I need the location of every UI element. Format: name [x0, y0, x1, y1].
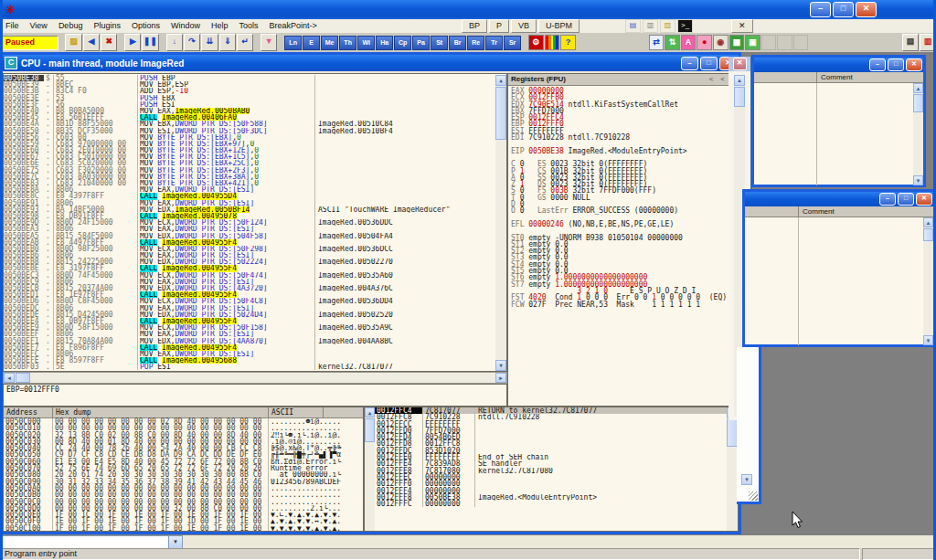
register-line[interactable]: O 0 LastErr ERROR_SUCCESS (00000000)	[511, 207, 738, 214]
register-line[interactable]: EDI 7C910228 ntdll.7C910228	[511, 134, 738, 141]
cpu-maximize-button[interactable]: □	[700, 57, 718, 70]
maximize-button[interactable]: □	[898, 193, 914, 206]
bar-close-button[interactable]: ✕	[731, 19, 753, 33]
disasm-vscrollbar[interactable]: ▲ ▼	[495, 75, 506, 371]
register-line[interactable]: EFL 00000246 (NO,NB,E,BE,NS,PE,GE,LE)	[511, 221, 738, 227]
scroll-up-icon[interactable]: ▲	[365, 407, 375, 417]
restart-button[interactable]: ◀	[83, 34, 100, 51]
register-line[interactable]: EIP 0050BE38 ImageRed.<ModuleEntryPoint>	[511, 148, 738, 154]
scroll-up-icon[interactable]: ▲	[734, 75, 745, 86]
window-button-st[interactable]: St	[431, 36, 448, 50]
window-button-me[interactable]: Me	[321, 36, 338, 50]
menu-item-help[interactable]: Help	[206, 19, 234, 33]
console-icon[interactable]: >_	[677, 19, 693, 33]
menu-item-breakpoint[interactable]: BreakPoint->	[264, 19, 323, 33]
combobox-dropdown-icon[interactable]: ▼	[168, 536, 182, 548]
disasm-row[interactable]: 0050BEFE.E8 8597F8FFCALL ImageRed.004956…	[4, 357, 495, 364]
cpu-titlebar[interactable]: C CPU - main thread, module ImageRed – □…	[3, 55, 739, 71]
stack-left-scrollbar[interactable]: ▲	[365, 407, 375, 531]
scroll-down-icon[interactable]: ▼	[913, 175, 923, 185]
ascii-a-icon[interactable]: A	[681, 35, 697, 50]
appearance-icon[interactable]	[545, 35, 560, 50]
combobox-value[interactable]	[3, 536, 168, 548]
disasm-row[interactable]: 0050BE3B.83C4 F0ADD ESP,-10	[4, 88, 495, 94]
checklist-icon[interactable]: ▥	[920, 34, 936, 51]
ubpm-button[interactable]: U-BPM	[538, 19, 580, 33]
dump-col-ascii[interactable]: ASCII	[269, 407, 324, 417]
pause-button[interactable]: ❚❚	[142, 34, 158, 51]
menu-item-plugins[interactable]: Plugins	[88, 19, 126, 33]
registers-header[interactable]: Registers (FPU) < <	[508, 74, 738, 86]
scroll-down-icon[interactable]: ▼	[741, 474, 752, 485]
disasm-row[interactable]: 0050BE3E.53PUSH EBX	[4, 95, 495, 101]
unnamed-column-header[interactable]	[754, 72, 817, 82]
stack-row[interactable]: 0012FFFC00000000	[375, 501, 727, 507]
scroll-up-icon[interactable]: ▲	[495, 75, 506, 86]
app-maximize-button[interactable]: □	[833, 2, 854, 17]
comment-scrollbar[interactable]: ▲ ▼	[913, 83, 923, 185]
comment-window-titlebar[interactable]: – □ ✕	[754, 58, 923, 72]
fragment-close-button[interactable]: ✕	[733, 58, 747, 70]
disasm-row[interactable]: 0050BEE9.8B0D 58F15000MOV ECX,DWORD PTR …	[4, 324, 495, 331]
minimize-button[interactable]: –	[869, 58, 886, 71]
window-button-tr[interactable]: Tr	[485, 36, 503, 50]
close-button[interactable]: ✕	[916, 193, 932, 206]
comment-scrollbar[interactable]: ▲ ▼	[923, 217, 933, 345]
open-file-button[interactable]: ▨	[65, 34, 81, 51]
window-button-ln[interactable]: Ln	[284, 36, 302, 50]
execute-till-return-button[interactable]: ↵	[237, 34, 253, 51]
menu-item-debug[interactable]: Debug	[53, 19, 89, 33]
vb-button[interactable]: VB	[511, 19, 537, 33]
window-button-e[interactable]: E	[303, 36, 320, 50]
trace-over-button[interactable]: ⇓	[219, 34, 236, 51]
window-button-cp[interactable]: Cp	[394, 36, 411, 50]
dump-row[interactable]: 0050C1001F 00 1F 00 1F 00 1F 00 1F 00 1E…	[4, 525, 363, 532]
close-button[interactable]: ✕	[906, 58, 922, 71]
register-line[interactable]: T 0 GS 0000 NULL	[511, 195, 738, 201]
app-minimize-button[interactable]: –	[810, 2, 831, 17]
disasm-row[interactable]: 0050BE9D.8B0D 24F15000MOV ECX,DWORD PTR …	[4, 219, 495, 226]
go-to-button[interactable]: ▼	[261, 34, 277, 51]
scroll-up-icon[interactable]: ▲	[913, 83, 923, 93]
document-icon[interactable]: ▥	[643, 19, 658, 33]
options-gear-icon[interactable]: ⚙	[528, 35, 544, 50]
report-list-icon[interactable]: ▤	[902, 34, 919, 51]
bp-button[interactable]: BP	[462, 19, 487, 33]
command-combobox[interactable]: ▼	[2, 535, 183, 548]
comment-column-header[interactable]: Comment	[799, 206, 835, 217]
menu-item-file[interactable]: File	[0, 19, 25, 33]
disasm-row[interactable]: 0050BEF7.E8 F896F8FFCALL ImageRed.004955…	[4, 344, 495, 351]
window-button-sr[interactable]: Sr	[504, 36, 521, 50]
window-button-pa[interactable]: Pa	[412, 36, 430, 50]
folder-icon[interactable]: ▨	[660, 19, 675, 33]
menu-item-tools[interactable]: Tools	[234, 19, 264, 33]
step-over-button[interactable]: ↷	[184, 34, 200, 51]
window-button-wi[interactable]: Wi	[357, 36, 375, 50]
record-icon[interactable]: ●	[697, 35, 712, 50]
scroll-down-icon[interactable]: ▼	[495, 360, 506, 371]
window-button-re[interactable]: Re	[467, 36, 484, 50]
disasm-row[interactable]: 0050BEC3.8B0D 74F45000MOV ECX,DWORD PTR …	[4, 272, 495, 279]
window-button-th[interactable]: Th	[339, 36, 356, 50]
updown-icon[interactable]: ⇅	[665, 35, 680, 50]
close-process-button[interactable]: ✖	[101, 34, 117, 51]
swap-arrows-icon[interactable]: ⇄	[649, 35, 665, 50]
scroll-down-icon[interactable]: ▼	[923, 335, 933, 345]
menu-item-options[interactable]: Options	[126, 19, 165, 33]
spiral-icon[interactable]: ◉	[713, 35, 729, 50]
p-button[interactable]: P	[489, 19, 509, 33]
disasm-row[interactable]: 0050BE83.C683 21040000 00MOV BYTE PTR DS…	[4, 180, 495, 186]
maximize-button[interactable]: □	[888, 58, 904, 71]
resize-grip[interactable]	[749, 491, 758, 501]
notes-icon[interactable]: ▤	[625, 19, 641, 33]
minimize-button[interactable]: –	[879, 193, 896, 206]
unnamed-column-header[interactable]	[745, 206, 799, 217]
comment-list[interactable]: ▲ ▼	[745, 217, 933, 345]
comment-column-header[interactable]: Comment	[817, 72, 853, 82]
disasm-row[interactable]: 0050BF03.5EPOP ESIkernel32.7C817077	[4, 364, 495, 370]
window-button-ha[interactable]: Ha	[376, 36, 393, 50]
step-into-button[interactable]: ↓	[166, 34, 183, 51]
scroll-up-icon[interactable]: ▲	[923, 217, 933, 227]
dump-col-hex[interactable]: Hex dump	[53, 407, 269, 417]
disasm-row[interactable]: 0050BED6.8B0D C8F45000MOV ECX,DWORD PTR …	[4, 298, 495, 304]
